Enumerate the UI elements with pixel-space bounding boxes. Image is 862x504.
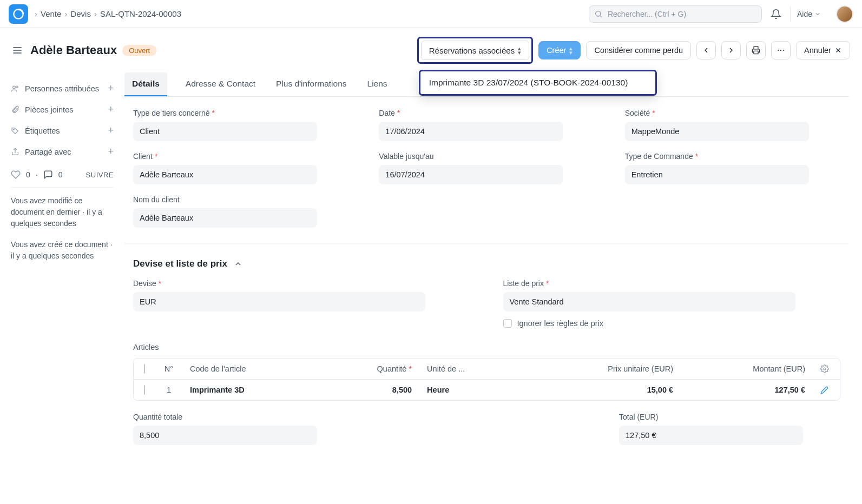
col-n: N° <box>155 359 182 380</box>
checkbox[interactable] <box>503 319 512 328</box>
comments-count: 0 <box>58 170 63 179</box>
field-input[interactable]: Vente Standard <box>503 292 795 311</box>
comment-icon[interactable] <box>43 170 53 180</box>
checkbox[interactable] <box>144 385 145 395</box>
plus-icon[interactable]: + <box>108 146 114 157</box>
follow-button[interactable]: SUIVRE <box>86 171 114 179</box>
tag-icon <box>11 127 19 135</box>
cell-qty: 8,500 <box>321 380 419 401</box>
sidebar-label: Étiquettes <box>25 127 60 135</box>
user-avatar[interactable] <box>836 5 853 23</box>
share-icon <box>11 148 19 156</box>
svg-point-7 <box>778 50 779 51</box>
next-button[interactable] <box>721 41 741 59</box>
reservations-button[interactable]: Réservations associées ▴▾ <box>421 41 529 60</box>
table-row[interactable]: 1 Imprimante 3D 8,500 Heure 15,00 € 127,… <box>134 380 840 401</box>
tab-address[interactable]: Adresse & Contact <box>183 72 258 96</box>
cell-edit[interactable] <box>813 380 840 401</box>
prev-button[interactable] <box>696 41 716 59</box>
sidebar-label: Partagé avec <box>25 148 71 156</box>
users-icon <box>11 84 19 93</box>
plus-icon[interactable]: + <box>108 83 114 94</box>
field-input[interactable]: 17/06/2024 <box>379 122 563 141</box>
chevron-left-icon <box>702 46 710 55</box>
tab-more-info[interactable]: Plus d'informations <box>274 72 348 96</box>
field-input[interactable]: Adèle Barteaux <box>133 208 317 228</box>
checkbox-all[interactable] <box>144 364 145 374</box>
sidebar-tags[interactable]: Étiquettes + <box>11 120 114 141</box>
cell-code: Imprimante 3D <box>182 380 321 401</box>
plus-icon[interactable]: + <box>108 104 114 115</box>
heart-icon[interactable] <box>11 170 21 180</box>
svg-point-14 <box>13 129 14 130</box>
field-input[interactable]: Client <box>133 122 317 141</box>
menu-toggle-icon[interactable] <box>12 45 23 56</box>
field-input[interactable]: 16/07/2024 <box>379 165 563 184</box>
notifications-icon[interactable] <box>771 9 781 19</box>
section-label: Devise et liste de prix <box>133 258 227 269</box>
sidebar-attachments[interactable]: Pièces jointes + <box>11 99 114 120</box>
field-label: Date * <box>379 109 603 117</box>
plus-icon[interactable]: + <box>108 125 114 136</box>
sidebar-assigned[interactable]: Personnes attribuées + <box>11 78 114 99</box>
breadcrumb: › Vente › Devis › SAL-QTN-2024-00003 <box>35 9 181 18</box>
cell-uom: Heure <box>419 380 523 401</box>
field-label: Total (EUR) <box>619 413 840 421</box>
field-valable: Valable jusqu'au 16/07/2024 <box>379 152 603 184</box>
field-label: Liste de prix * <box>503 279 841 288</box>
svg-point-13 <box>16 86 18 88</box>
section-currency-title[interactable]: Devise et liste de prix <box>124 255 849 279</box>
tab-details[interactable]: Détails <box>124 72 167 96</box>
sidebar-label: Pièces jointes <box>25 105 73 114</box>
chevron-right-icon: › <box>64 9 67 18</box>
col-qty: Quantité * <box>321 359 419 380</box>
search-icon <box>594 10 603 18</box>
breadcrumb-devis[interactable]: Devis <box>70 9 91 18</box>
reservation-item[interactable]: Imprimante 3D 23/07/2024 (STO-BOOK-2024-… <box>420 71 655 94</box>
svg-line-2 <box>600 16 602 17</box>
ignore-rules-row[interactable]: Ignorer les règles de prix <box>503 319 841 328</box>
tab-links[interactable]: Liens <box>365 72 390 96</box>
more-button[interactable] <box>771 41 791 59</box>
print-button[interactable] <box>746 41 766 59</box>
checkbox-label: Ignorer les règles de prix <box>517 319 604 328</box>
printer-icon <box>752 46 760 55</box>
field-input[interactable]: MappeMonde <box>625 122 809 141</box>
svg-point-12 <box>13 86 16 89</box>
svg-point-8 <box>780 50 781 51</box>
dots-icon <box>777 46 785 55</box>
field-type-tiers: Type de tiers concerné * Client <box>133 109 357 141</box>
global-search <box>589 5 762 23</box>
field-label: Valable jusqu'au <box>379 152 603 161</box>
col-settings[interactable] <box>813 359 840 380</box>
svg-point-9 <box>783 50 784 51</box>
mark-lost-button[interactable]: Considérer comme perdu <box>586 41 691 59</box>
articles-label: Articles <box>124 341 849 358</box>
field-label: Société * <box>625 109 849 117</box>
search-input[interactable] <box>589 5 762 23</box>
chevron-right-icon: › <box>94 9 97 18</box>
cancel-label: Annuler <box>804 46 831 55</box>
create-button[interactable]: Créer ▴▾ <box>538 41 581 59</box>
field-label: Client * <box>133 152 357 161</box>
cell-amount: 127,50 € <box>681 380 813 401</box>
main-content: Détails Adresse & Contact Plus d'informa… <box>124 72 862 467</box>
field-input[interactable]: Entretien <box>625 165 809 184</box>
reservations-label: Réservations associées <box>429 46 515 55</box>
col-code: Code de l'article <box>182 359 321 380</box>
created-info: Vous avez créé ce document · il y a quel… <box>11 239 114 262</box>
sidebar-label: Personnes attribuées <box>25 84 99 93</box>
close-icon <box>834 47 842 54</box>
breadcrumb-current: SAL-QTN-2024-00003 <box>100 9 181 18</box>
page-title: Adèle Barteaux <box>30 43 117 57</box>
breadcrumb-vente[interactable]: Vente <box>41 9 61 18</box>
field-input[interactable]: EUR <box>133 292 425 311</box>
field-value: 8,500 <box>133 426 317 445</box>
app-logo[interactable] <box>9 4 28 24</box>
field-label: Nom du client <box>133 195 357 204</box>
field-input[interactable]: Adèle Barteaux <box>133 165 317 184</box>
sidebar-shared[interactable]: Partagé avec + <box>11 141 114 162</box>
cancel-button[interactable]: Annuler <box>796 41 850 59</box>
field-devise: Devise * EUR <box>133 279 471 328</box>
help-menu[interactable]: Aide <box>790 6 827 22</box>
